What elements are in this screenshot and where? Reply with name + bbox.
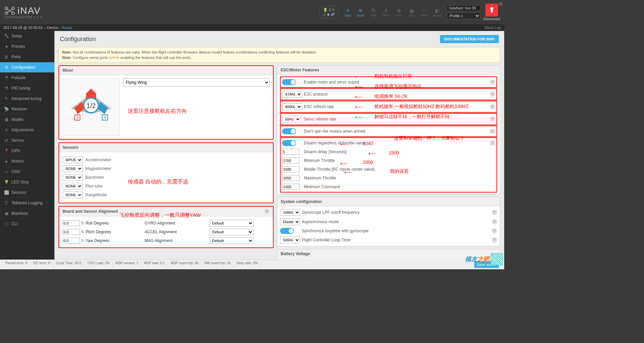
sensor-gyro-icon: ⚛Gyro: [342, 5, 354, 20]
help-icon[interactable]: ?: [490, 79, 495, 85]
rangefinder-select[interactable]: NONE: [63, 192, 83, 198]
sidebar-item-osd[interactable]: ▭OSD: [0, 167, 54, 177]
sidebar-item-blackbox[interactable]: ▣Blackbox: [0, 208, 54, 219]
disconnect-button[interactable]: [485, 4, 498, 16]
esc-protocol-select[interactable]: STAND: [282, 91, 302, 98]
loop-time-select[interactable]: 500Hz: [280, 237, 300, 243]
status-ready: Ready: [62, 26, 72, 30]
config-label: MAG Alignment: [145, 238, 205, 243]
footer-stat: MSP version: 1: [113, 261, 142, 268]
sidebar-item-led[interactable]: 💡LED Strip: [0, 177, 54, 187]
sensors-panel: Sensors MPU60Accelerometer NONEMagnetome…: [58, 142, 274, 203]
sidebar-item-motors[interactable]: ▲Motors: [0, 156, 54, 167]
sidebar-item-ports[interactable]: ⊞Ports: [0, 52, 54, 62]
sidebar-item-label: Servos: [11, 138, 24, 143]
config-label: Middle Throttle [RC inputs center value]: [304, 167, 375, 172]
mixer-type-select[interactable]: Flying Wing: [123, 78, 270, 87]
sidebar-item-presets[interactable]: ★Presets: [0, 41, 54, 52]
sidebar-item-pid[interactable]: ⚗PID tuning: [0, 83, 54, 94]
sidebar-item-label: Failsafe: [11, 75, 26, 80]
profile-select[interactable]: Profile 1: [447, 12, 480, 19]
footer-stat: MSP load: 0.1: [141, 261, 168, 268]
sidebar-item-tethered[interactable]: 🗒Tethered Logging: [0, 198, 54, 208]
disarm-delay-input[interactable]: [282, 149, 299, 155]
grid-icon: ▦: [4, 117, 9, 122]
sidebar-item-receiver[interactable]: 📡Receiver: [0, 104, 54, 114]
watermark: 模友之吧: [465, 253, 503, 265]
config-label: Synchronize looptime with gyroscope: [302, 229, 368, 233]
log-icon: 🗒: [4, 201, 9, 205]
config-label: Disarm regardless of throttle value: [304, 141, 365, 145]
sidebar-item-configuration[interactable]: ⚙Configuration: [0, 62, 54, 73]
sensor-accel-icon: ⤧Accel: [355, 5, 367, 20]
servo-refresh-select[interactable]: 50Hz: [282, 116, 301, 123]
config-label: Minimum Throttle: [304, 158, 335, 163]
enable-motor-toggle[interactable]: [282, 79, 296, 85]
sidebar-item-modes[interactable]: ▦Modes: [0, 114, 54, 125]
sidebar-item-label: LED Strip: [11, 180, 29, 184]
async-mode-select[interactable]: Disable: [280, 218, 300, 225]
disarm-throttle-toggle[interactable]: [282, 140, 296, 146]
sidebar-item-label: Configuration: [11, 65, 35, 70]
pitot-select[interactable]: NONE: [63, 183, 83, 190]
reset-icon[interactable]: ↻: [81, 221, 84, 226]
gyro-lpf-select[interactable]: 188Hz: [280, 209, 300, 216]
help-icon[interactable]: ?: [490, 129, 495, 134]
documentation-button[interactable]: DOCUMENTATION FOR INAV: [440, 35, 499, 43]
sidebar-item-advanced[interactable]: ✎Advanced tuning: [0, 94, 54, 104]
min-throttle-input[interactable]: [282, 158, 299, 164]
min-command-input[interactable]: [282, 184, 299, 190]
svg-rect-6: [490, 7, 493, 9]
status-timestamp: 2017-09-28 @ 10:30:53: [3, 26, 42, 30]
usb-icon: [488, 7, 495, 13]
footer-stat: MSP round trip: 65: [168, 261, 202, 268]
help-icon[interactable]: ?: [490, 140, 495, 146]
accelerometer-select[interactable]: MPU60: [63, 157, 83, 163]
help-icon[interactable]: ?: [490, 104, 495, 109]
footer-stat: Cycle Time: 2011: [53, 261, 85, 268]
config-label: Enable motor and servo output: [304, 80, 359, 84]
roll-degrees-input[interactable]: [63, 220, 80, 226]
sidebar-item-adjustments[interactable]: ≡Adjustments: [0, 125, 54, 135]
settings-gear-icon[interactable]: ⚙: [498, 1, 503, 7]
barometer-select[interactable]: NONE: [63, 174, 83, 181]
show-log-button[interactable]: Show Log: [484, 26, 501, 30]
help-icon[interactable]: ?: [490, 92, 495, 97]
help-icon[interactable]: ?: [264, 209, 270, 214]
help-icon[interactable]: ?: [490, 116, 495, 122]
mid-throttle-input[interactable]: [282, 166, 299, 172]
magnetometer-select[interactable]: NONE: [63, 165, 83, 172]
motor-stop-toggle[interactable]: [282, 128, 296, 134]
help-icon[interactable]: ?: [492, 237, 497, 243]
mag-align-select[interactable]: Default: [210, 237, 253, 244]
help-icon[interactable]: ?: [492, 228, 497, 234]
gyro-align-select[interactable]: Default: [210, 220, 253, 227]
ports-icon: ⊞: [4, 55, 9, 59]
help-icon[interactable]: ?: [492, 219, 497, 225]
sidebar-item-setup[interactable]: 🔧Setup: [0, 31, 54, 41]
esc-refresh-select[interactable]: 400Hz: [282, 103, 302, 110]
sidebar-item-label: Modes: [11, 117, 24, 122]
reset-icon[interactable]: ↻: [81, 238, 84, 243]
sidebar-item-label: Receiver: [11, 107, 27, 111]
panel-title: Battery Voltage: [281, 251, 310, 256]
sidebar-item-label: GPS: [11, 148, 20, 153]
reset-icon[interactable]: ↻: [81, 230, 84, 234]
max-throttle-input[interactable]: [282, 175, 299, 181]
footer-bar: Packet error: 0 I2C error: 0 Cycle Time:…: [0, 260, 504, 269]
sidebar-item-servos[interactable]: ⇄Servos: [0, 135, 54, 146]
sidebar-item-sensors[interactable]: 📈Sensors: [0, 187, 54, 198]
sidebar-item-cli[interactable]: ▢CLI: [0, 219, 54, 229]
yaw-degrees-input[interactable]: [63, 238, 80, 244]
esc-motor-panel: ESC/Motor Features Enable motor and serv…: [277, 65, 500, 194]
accel-align-select[interactable]: Default: [210, 229, 253, 235]
config-label: ESC refresh rate: [304, 104, 334, 109]
footer-stat: Packet error: 0: [3, 261, 31, 268]
sidebar-item-gps[interactable]: 📍GPS: [0, 146, 54, 156]
help-icon[interactable]: ?: [492, 210, 497, 215]
sidebar-item-failsafe[interactable]: ☂Failsafe: [0, 73, 54, 83]
sync-looptime-toggle[interactable]: [280, 228, 294, 234]
pitch-degrees-input[interactable]: [63, 229, 80, 235]
svg-text:4: 4: [104, 115, 106, 120]
sensor-mag-icon: NMag: [367, 5, 379, 20]
